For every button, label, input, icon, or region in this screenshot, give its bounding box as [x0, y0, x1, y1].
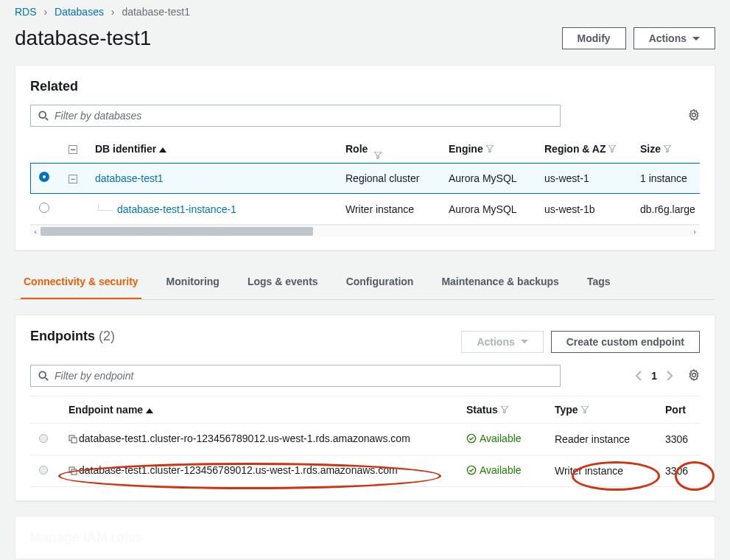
col-status[interactable]: Status [466, 404, 498, 416]
page-number: 1 [651, 370, 657, 382]
status-available: Available [466, 464, 522, 476]
col-size[interactable]: Size [640, 143, 661, 155]
tree-line-icon [98, 203, 113, 211]
related-filter[interactable] [30, 105, 561, 127]
gear-icon[interactable] [688, 369, 700, 383]
endpoint-row[interactable]: database-test1.cluster-123456789012.us-w… [30, 455, 700, 487]
row-role: Writer instance [337, 194, 440, 225]
actions-button[interactable]: Actions [634, 27, 715, 49]
row-radio[interactable] [39, 203, 49, 213]
endpoint-filter[interactable] [30, 365, 561, 387]
row-radio[interactable] [39, 434, 48, 443]
endpoints-panel: Endpoints (2) Actions Create custom endp… [15, 315, 715, 501]
row-size: 1 instance [631, 163, 700, 194]
col-port[interactable]: Port [665, 404, 686, 416]
caret-down-icon [692, 37, 700, 41]
endpoint-row[interactable]: database-test1.cluster-ro-123456789012.u… [30, 424, 700, 455]
row-region: us-west-1b [536, 194, 631, 225]
search-icon [38, 111, 49, 121]
tab-configuration[interactable]: Configuration [343, 265, 417, 299]
table-row[interactable]: database-test1-instance-1 Writer instanc… [30, 194, 700, 225]
scroll-left-icon[interactable]: ‹ [30, 227, 41, 236]
svg-point-0 [39, 111, 46, 118]
db-identifier-link[interactable]: database-test1 [95, 172, 164, 184]
endpoint-name: database-test1.cluster-ro-123456789012.u… [79, 433, 410, 444]
caret-down-icon [521, 340, 528, 343]
actions-label: Actions [649, 32, 687, 44]
collapse-icon[interactable]: − [69, 175, 77, 183]
endpoint-type: Reader instance [546, 424, 656, 455]
endpoint-name: database-test1.cluster-123456789012.us-w… [79, 464, 398, 476]
filter-icon [661, 143, 671, 155]
related-title: Related [30, 79, 700, 94]
db-identifier-link[interactable]: database-test1-instance-1 [117, 203, 236, 215]
row-radio[interactable] [39, 172, 49, 182]
col-identifier[interactable]: DB identifier [95, 143, 156, 155]
databases-table: − DB identifier Role Engine Region & AZ … [30, 136, 700, 225]
pager: 1 [635, 369, 700, 383]
gear-icon[interactable] [688, 109, 700, 123]
filter-icon [483, 143, 494, 155]
status-available: Available [466, 433, 522, 444]
breadcrumb-root[interactable]: RDS [15, 6, 37, 18]
col-type[interactable]: Type [555, 404, 578, 416]
svg-point-2 [39, 371, 46, 378]
copy-icon[interactable] [69, 466, 77, 477]
page-prev-icon[interactable] [635, 371, 642, 381]
col-engine[interactable]: Engine [449, 143, 483, 155]
page-next-icon[interactable] [666, 371, 673, 381]
endpoint-filter-input[interactable] [55, 370, 552, 382]
col-region[interactable]: Region & AZ [544, 143, 606, 155]
breadcrumb-databases[interactable]: Databases [55, 6, 104, 18]
table-row[interactable]: − database-test1 Regional cluster Aurora… [30, 163, 700, 194]
chevron-right-icon: › [43, 6, 47, 18]
endpoint-port: 3306 [656, 424, 700, 455]
endpoints-title: Endpoints (2) [30, 329, 115, 344]
row-radio[interactable] [39, 466, 48, 475]
tab-maintenance[interactable]: Maintenance & backups [438, 265, 562, 299]
row-size: db.r6g.large [631, 194, 700, 225]
tab-logs[interactable]: Logs & events [245, 265, 321, 299]
expand-all-icon[interactable]: − [69, 145, 77, 154]
col-role[interactable]: Role [345, 143, 368, 155]
filter-icon [498, 404, 508, 416]
related-panel: Related − DB identifier Role Engine [15, 65, 715, 251]
row-role: Regional cluster [337, 163, 440, 194]
chevron-right-icon: › [111, 6, 115, 18]
search-icon [38, 371, 49, 381]
detail-tabs: Connectivity & security Monitoring Logs … [15, 265, 715, 300]
page-title: database-test1 [15, 27, 151, 50]
horizontal-scrollbar[interactable]: ‹ › [30, 225, 700, 237]
svg-line-3 [46, 378, 49, 381]
endpoint-type: Writer instance [546, 455, 656, 487]
endpoint-actions-label: Actions [477, 336, 514, 348]
sort-asc-icon [159, 147, 166, 153]
modify-button[interactable]: Modify [562, 27, 626, 49]
breadcrumb-current: database-test1 [122, 6, 190, 18]
svg-rect-8 [71, 469, 77, 475]
iam-roles-panel: Manage IAM roles [15, 516, 715, 559]
breadcrumb: RDS › Databases › database-test1 [0, 0, 730, 24]
svg-rect-5 [71, 438, 77, 443]
endpoints-table: Endpoint name Status Type Port database-… [30, 396, 700, 487]
row-engine: Aurora MySQL [440, 163, 536, 194]
copy-icon[interactable] [69, 434, 77, 446]
related-filter-input[interactable] [55, 110, 552, 122]
tab-monitoring[interactable]: Monitoring [164, 265, 222, 299]
endpoint-actions-button[interactable]: Actions [461, 331, 543, 353]
create-endpoint-button[interactable]: Create custom endpoint [551, 331, 700, 353]
endpoint-port: 3306 [656, 455, 700, 487]
col-endpoint-name[interactable]: Endpoint name [69, 404, 143, 416]
scroll-right-icon[interactable]: › [689, 227, 700, 236]
sort-asc-icon [146, 408, 153, 413]
row-region: us-west-1 [536, 163, 631, 194]
scroll-thumb[interactable] [41, 227, 313, 236]
filter-icon [606, 143, 616, 155]
svg-line-1 [46, 118, 49, 121]
tab-tags[interactable]: Tags [584, 265, 614, 299]
filter-icon [578, 404, 589, 416]
tab-connectivity[interactable]: Connectivity & security [21, 265, 141, 299]
row-engine: Aurora MySQL [440, 194, 536, 225]
